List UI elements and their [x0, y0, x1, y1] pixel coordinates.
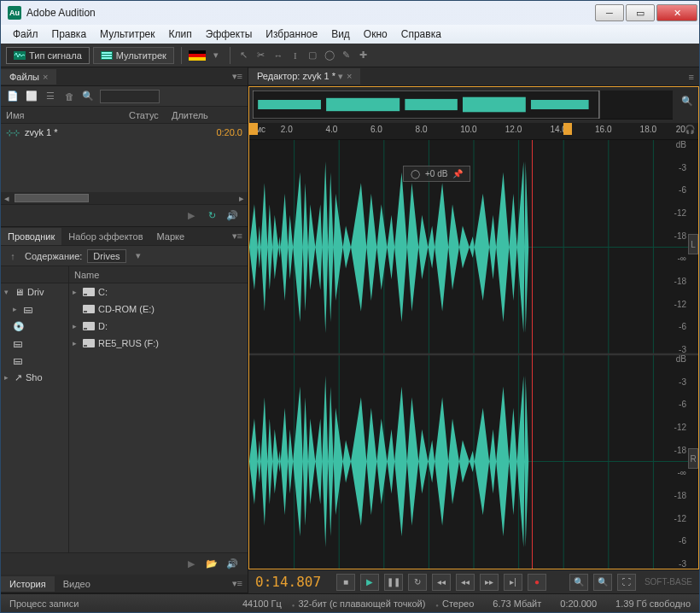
explorer-import-icon[interactable]: 📂 [205, 558, 219, 571]
overview-waveform[interactable] [253, 90, 673, 120]
drive-icon [83, 322, 95, 330]
markers-tab[interactable]: Марке [150, 228, 192, 245]
files-list[interactable]: ⊹⊹ zvyk 1 * 0:20.0 [1, 124, 248, 192]
new-multitrack-icon[interactable]: ☰ [44, 90, 57, 103]
tree-item[interactable]: 💿 [1, 318, 68, 335]
language-flag[interactable] [189, 50, 206, 61]
menu-multitrack[interactable]: Мультитрек [93, 26, 161, 42]
search-input[interactable] [100, 90, 160, 103]
col-status[interactable]: Статус [129, 110, 172, 120]
tool-brush[interactable]: ✎ [340, 49, 353, 62]
tool-marquee[interactable]: ▢ [306, 49, 319, 62]
path-field[interactable]: Drives [87, 249, 125, 263]
loop-icon[interactable]: ↻ [205, 209, 219, 223]
svg-rect-7 [326, 98, 400, 111]
forward-button[interactable]: ▸▸ [480, 574, 499, 591]
rewind-button[interactable]: ◂◂ [456, 574, 475, 591]
list-header[interactable]: Name [69, 266, 248, 283]
nav-up-icon[interactable]: ↑ [6, 249, 20, 263]
waveform-label: Тип сигнала [29, 50, 82, 61]
flag-dropdown[interactable]: ▾ [209, 49, 223, 62]
panel-menu-icon[interactable]: ▾≡ [227, 71, 248, 82]
trash-icon[interactable]: 🗑 [62, 90, 76, 103]
pin-icon[interactable]: 📌 [452, 169, 463, 178]
menu-edit[interactable]: Правка [45, 26, 94, 42]
play-button[interactable]: ▶ [360, 574, 379, 591]
headphone-icon[interactable]: 🎧 [685, 125, 695, 134]
editor-tab[interactable]: Редактор: zvyk 1 * ▾× [248, 68, 360, 85]
open-file-icon[interactable]: 📄 [6, 90, 20, 103]
bottom-menu-icon[interactable]: ▾≡ [227, 578, 248, 589]
timeline-ruler[interactable]: чмс 2.0 4.0 6.0 8.0 10.0 12.0 14.0 16.0 … [249, 123, 698, 140]
tree-item[interactable]: ▾🖥Driv [1, 283, 68, 301]
zoom-icon[interactable]: 🔍 [681, 96, 693, 107]
close-icon[interactable]: × [43, 72, 48, 82]
drive-icon [83, 305, 95, 313]
timecode-display[interactable]: 0:14.807 [255, 574, 321, 590]
channel-right-label[interactable]: R [688, 448, 698, 469]
tool-slip[interactable]: ↔ [271, 49, 285, 62]
tree-item[interactable]: 🖴 [1, 352, 68, 369]
editor-menu-icon[interactable]: ≡ [684, 72, 699, 82]
search-icon[interactable]: 🔍 [81, 90, 95, 103]
multitrack-mode-button[interactable]: Мультитрек [93, 47, 174, 64]
list-item[interactable]: ▸C: [69, 283, 248, 301]
minimize-button[interactable]: ─ [595, 4, 624, 21]
maximize-button[interactable]: ▭ [626, 4, 655, 21]
list-item[interactable]: ▸RE5_RUS (F:) [69, 335, 248, 352]
tool-move[interactable]: ↖ [237, 49, 251, 62]
col-name[interactable]: Имя [1, 110, 129, 120]
tool-time-select[interactable]: I [289, 49, 302, 62]
volume-hud[interactable]: ◯ +0 dB 📌 [403, 166, 470, 182]
menu-file[interactable]: Файл [6, 26, 45, 42]
playhead[interactable] [532, 140, 533, 569]
tool-lasso[interactable]: ◯ [323, 49, 336, 62]
menu-help[interactable]: Справка [394, 26, 448, 42]
menu-window[interactable]: Окно [357, 26, 394, 42]
tree-item[interactable]: ▸🖴 [1, 301, 68, 318]
waveform-display[interactable]: dB-3-6-12-18-∞-18-12-6-3 dB-3-6-12-18-∞-… [249, 140, 698, 569]
record-file-icon[interactable]: ⬜ [25, 90, 38, 103]
knob-icon[interactable]: ◯ [411, 169, 420, 178]
menu-view[interactable]: Вид [324, 26, 357, 42]
close-icon[interactable]: × [347, 71, 352, 81]
tree-item[interactable]: ▸↗Sho [1, 369, 68, 386]
zoom-full-icon[interactable]: ⛶ [617, 574, 636, 591]
channel-left-label[interactable]: L [688, 234, 698, 254]
effects-tab[interactable]: Набор эффектов [61, 228, 149, 245]
zoom-in-icon[interactable]: 🔍 [569, 574, 588, 591]
auto-play-icon[interactable]: 🔊 [225, 209, 239, 223]
tree-item[interactable]: 🖴 [1, 335, 68, 352]
close-button[interactable]: ✕ [656, 4, 697, 21]
menu-effects[interactable]: Эффекты [199, 26, 260, 42]
loop-button[interactable]: ↻ [408, 574, 427, 591]
drive-icon [83, 339, 95, 347]
skip-fwd-button[interactable]: ▸| [504, 574, 522, 591]
out-marker[interactable] [563, 123, 572, 135]
explorer-tab[interactable]: Проводник [1, 228, 61, 245]
zoom-out-icon[interactable]: 🔍 [593, 574, 612, 591]
in-marker[interactable] [249, 123, 258, 135]
history-tab[interactable]: История [1, 576, 55, 592]
list-item[interactable]: CD-ROM (E:) [69, 301, 248, 318]
explorer-play-icon[interactable]: ▶ [184, 558, 198, 571]
explorer-autoplay-icon[interactable]: 🔊 [225, 558, 239, 571]
skip-back-button[interactable]: ◂◂ [432, 574, 451, 591]
col-duration[interactable]: Длитель [172, 110, 208, 120]
play-preview-icon[interactable]: ▶ [184, 209, 198, 223]
files-hscroll[interactable]: ◂▸ [1, 192, 248, 204]
tool-heal[interactable]: ✚ [357, 49, 370, 62]
pause-button[interactable]: ❚❚ [384, 574, 403, 591]
menu-clip[interactable]: Клип [162, 26, 199, 42]
tool-razor[interactable]: ✂ [254, 49, 268, 62]
explorer-menu-icon[interactable]: ▾≡ [227, 231, 248, 242]
record-button[interactable]: ● [528, 574, 546, 591]
video-tab[interactable]: Видео [55, 576, 99, 592]
menu-favorites[interactable]: Избранное [259, 26, 324, 42]
path-dropdown-icon[interactable]: ▾ [131, 249, 145, 263]
stop-button[interactable]: ■ [336, 574, 355, 591]
files-tab[interactable]: Файлы× [1, 69, 56, 85]
list-item[interactable]: ▸D: [69, 318, 248, 335]
waveform-mode-button[interactable]: Тип сигнала [6, 47, 90, 64]
file-row[interactable]: ⊹⊹ zvyk 1 * 0:20.0 [1, 124, 248, 141]
